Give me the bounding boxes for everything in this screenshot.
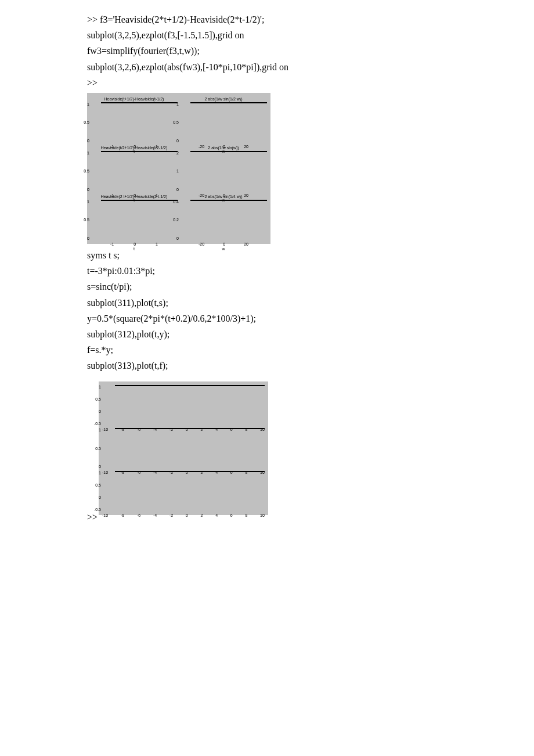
figure-2: 10.50-0.5 -10-8-6-4-20246810 10.50 [99, 381, 268, 515]
axes [190, 200, 267, 201]
x-label: t [91, 247, 178, 251]
subplot-1-2: 2 abs(1/w sin(1/2 w)) 10.50 -20020 w [180, 96, 267, 143]
axes [190, 102, 267, 103]
subplot-1-4: 2 abs(1/w sin(w)) 210 -20020 w [180, 145, 267, 192]
axes [115, 385, 265, 386]
code-line: >> [87, 75, 447, 91]
axes [101, 200, 178, 201]
code-block-2: syms t s; t=-3*pi:0.01:3*pi; s=sinc(t/pi… [87, 247, 447, 374]
code-line: >> f3='Heaviside(2*t+1/2)-Heaviside(2*t-… [87, 12, 447, 27]
subplot-2-2: 10.50 -10-8-6-4-20246810 [102, 428, 265, 469]
code-line: subplot(3,2,6),ezplot(abs(fw3),[-10*pi,1… [87, 59, 447, 75]
y-ticks: 10.50-0.5 [89, 385, 101, 426]
x-ticks: -101 [91, 193, 178, 197]
axes [101, 102, 178, 103]
code-line: subplot(3,2,5),ezplot(f3,[-1.5,1.5]),gri… [87, 27, 447, 43]
y-ticks: 10.50 [80, 102, 89, 143]
subplot-2-1: 10.50-0.5 -10-8-6-4-20246810 [102, 385, 265, 426]
axes [115, 428, 265, 429]
code-line: y=0.5*(square(2*pi*(t+0.2)/0.6,2*100/3)+… [87, 311, 447, 326]
subplot-1-3: Heaviside(t/2+1/2)-Heaviside(t/2-1/2) 10… [91, 145, 178, 192]
x-ticks: -10-8-6-4-20246810 [102, 513, 265, 517]
x-label: w [180, 247, 267, 251]
figure-1: Heaviside(t+1/2)-Heaviside(t-1/2) 10.50 … [87, 93, 270, 244]
code-line: f=s.*y; [87, 342, 447, 358]
y-ticks: 10.50 [80, 151, 89, 192]
code-line: t=-3*pi:0.01:3*pi; [87, 263, 447, 279]
x-ticks: -101 [91, 242, 178, 246]
y-ticks: 10.50 [80, 200, 89, 240]
code-line: subplot(313),plot(t,f); [87, 358, 447, 373]
code-block-1: >> f3='Heaviside(2*t+1/2)-Heaviside(2*t-… [87, 12, 447, 91]
x-ticks: -20020 [180, 145, 267, 149]
x-ticks: -20020 [180, 242, 267, 246]
subplot-1-6: 2 abs(1/w sin(1/4 w)) 0.40.20 -20020 w [180, 194, 267, 240]
y-ticks: 0.40.20 [169, 200, 179, 240]
code-line: subplot(311),plot(t,s); [87, 295, 447, 311]
y-ticks: 10.50 [169, 102, 179, 143]
axes [101, 151, 178, 152]
document-page: >> f3='Heaviside(2*t+1/2)-Heaviside(2*t-… [0, 0, 534, 525]
code-line: s=sinc(t/pi); [87, 279, 447, 294]
y-ticks: 210 [169, 151, 179, 192]
x-ticks: -101 [91, 145, 178, 149]
subplot-1-5: Heaviside(2 t+1/2)-Heaviside(2 t-1/2) 10… [91, 194, 178, 240]
subplot-2-3: 10.50-0.5 -10-8-6-4-20246810 [102, 471, 265, 512]
axes [190, 151, 267, 152]
code-line: fw3=simplify(fourier(f3,t,w)); [87, 43, 447, 59]
y-ticks: 10.50 [89, 428, 101, 469]
subplot-title: Heaviside(t+1/2)-Heaviside(t-1/2) [91, 96, 178, 102]
subplot-title: 2 abs(1/w sin(1/2 w)) [180, 96, 267, 102]
axes [115, 471, 265, 472]
subplot-1-1: Heaviside(t+1/2)-Heaviside(t-1/2) 10.50 … [91, 96, 178, 143]
y-ticks: 10.50-0.5 [89, 471, 101, 512]
x-ticks: -20020 [180, 193, 267, 197]
code-line: subplot(312),plot(t,y); [87, 326, 447, 342]
